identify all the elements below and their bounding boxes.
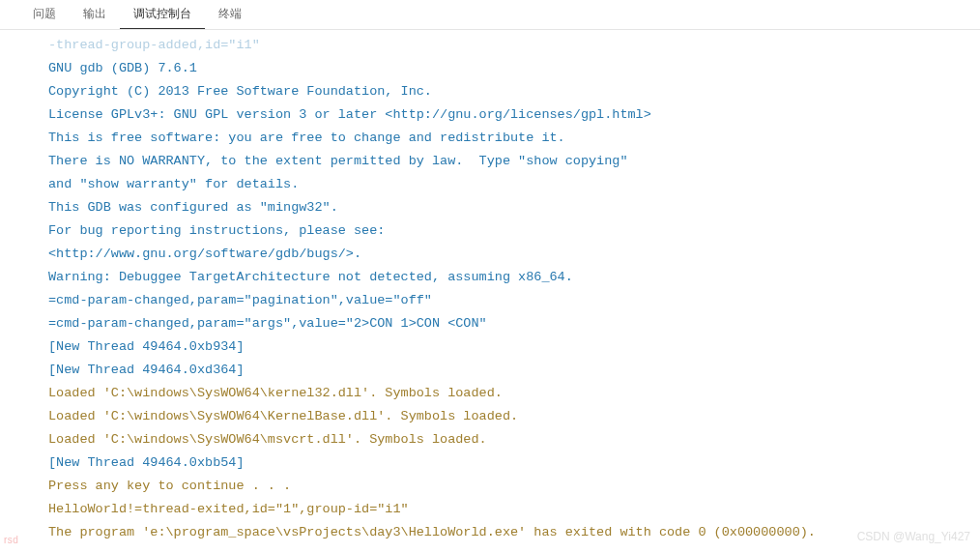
console-line: -thread-group-added,id="i1" [48, 34, 980, 57]
console-line: [New Thread 49464.0xd364] [48, 359, 980, 382]
console-line: Warning: Debuggee TargetArchitecture not… [48, 266, 980, 289]
console-line: There is NO WARRANTY, to the extent perm… [48, 150, 980, 173]
console-line: This GDB was configured as "mingw32". [48, 196, 980, 219]
console-line: License GPLv3+: GNU GPL version 3 or lat… [48, 103, 980, 127]
console-line: =cmd-param-changed,param="pagination",va… [48, 289, 980, 312]
debug-console-output[interactable]: -thread-group-added,id="i1"GNU gdb (GDB)… [0, 30, 980, 548]
console-line: GNU gdb (GDB) 7.6.1 [48, 57, 980, 80]
console-line: For bug reporting instructions, please s… [48, 219, 980, 243]
console-line: Loaded 'C:\windows\SysWOW64\kernel32.dll… [48, 382, 980, 405]
watermark-left: rsd [4, 535, 18, 545]
console-line: <http://www.gnu.org/software/gdb/bugs/>. [48, 243, 980, 266]
tab-output[interactable]: 输出 [70, 0, 120, 29]
tab-terminal[interactable]: 终端 [205, 0, 255, 29]
watermark-right: CSDN @Wang_Yi427 [857, 530, 970, 543]
console-line: [New Thread 49464.0xb934] [48, 335, 980, 359]
console-line: Loaded 'C:\windows\SysWOW64\msvcrt.dll'.… [48, 428, 980, 451]
console-line: This is free software: you are free to c… [48, 127, 980, 150]
console-line: and "show warranty" for details. [48, 173, 980, 196]
console-line: [New Thread 49464.0xbb54] [48, 451, 980, 475]
tab-debug-console[interactable]: 调试控制台 [120, 0, 205, 29]
console-line: Copyright (C) 2013 Free Software Foundat… [48, 80, 980, 103]
console-line: Loaded 'C:\windows\SysWOW64\KernelBase.d… [48, 405, 980, 428]
console-line: The program 'e:\program_space\vsProjects… [48, 521, 980, 544]
tab-bar: 问题 输出 调试控制台 终端 [0, 0, 980, 30]
console-line: Press any key to continue . . . [48, 475, 980, 498]
tab-problems[interactable]: 问题 [19, 0, 70, 29]
console-line: HelloWorld!=thread-exited,id="1",group-i… [48, 498, 980, 521]
console-line: =cmd-param-changed,param="args",value="2… [48, 312, 980, 335]
